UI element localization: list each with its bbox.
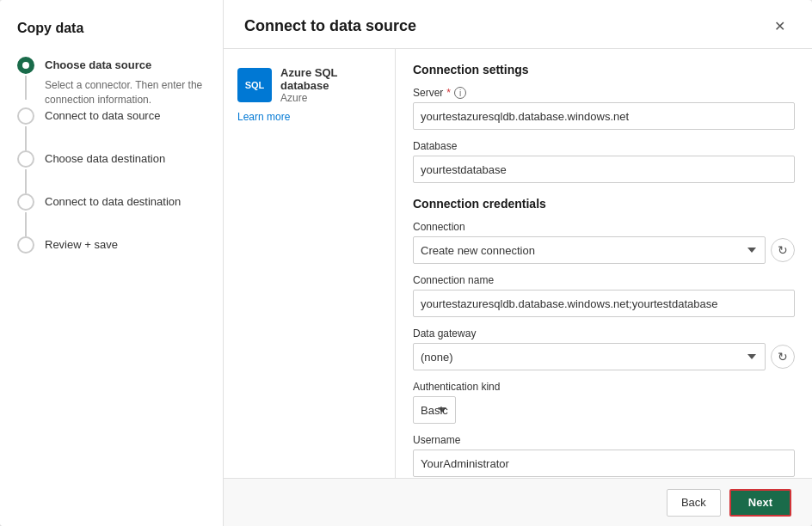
username-field-group: Username [413, 434, 795, 477]
step-label-1: Choose data source [45, 58, 206, 78]
step-circle-4 [17, 193, 34, 211]
data-gateway-field-group: Data gateway (none) ↻ [413, 327, 795, 370]
step-sublabel-1: Select a connector. Then enter the conne… [45, 78, 206, 107]
step-connector-3 [17, 150, 34, 193]
data-gateway-refresh-button[interactable]: ↻ [771, 345, 795, 369]
db-name-group: Azure SQL database Azure [280, 66, 381, 104]
database-field-group: Database [413, 140, 795, 183]
step-connector-5 [17, 236, 34, 254]
step-item-3: Choose data destination [17, 150, 206, 193]
step-content-4: Connect to data destination [45, 193, 206, 215]
step-connector-1 [17, 57, 34, 100]
page-title: Connect to data source [244, 17, 416, 35]
main-dialog: Copy data Choose data source Select a co… [0, 0, 812, 526]
step-connector-4 [17, 193, 34, 236]
username-input[interactable] [413, 450, 795, 477]
sql-icon: SQL [237, 68, 272, 102]
step-line-3 [25, 169, 27, 193]
credentials-section: Connection credentials Connection Create… [413, 197, 795, 478]
data-gateway-dropdown-wrapper: (none) ↻ [413, 343, 795, 370]
auth-kind-select[interactable]: Basic [413, 396, 456, 424]
database-input[interactable] [413, 156, 795, 183]
footer: Back Next [224, 478, 812, 526]
close-button[interactable]: ✕ [767, 14, 791, 38]
step-list: Choose data source Select a connector. T… [17, 57, 206, 258]
step-label-3: Choose data destination [45, 151, 206, 172]
connection-name-label: Connection name [413, 274, 795, 286]
step-content-5: Review + save [45, 236, 206, 258]
step-label-5: Review + save [45, 237, 206, 258]
settings-panel: Connection settings Server * i Database [396, 49, 812, 478]
server-input[interactable] [413, 102, 795, 130]
step-content-2: Connect to data source [45, 107, 206, 129]
step-label-2: Connect to data source [45, 108, 206, 129]
db-panel: SQL Azure SQL database Azure Learn more [224, 49, 396, 478]
dialog-body: Copy data Choose data source Select a co… [0, 0, 812, 526]
data-gateway-select[interactable]: (none) [413, 343, 766, 370]
connection-name-field-group: Connection name [413, 274, 795, 317]
server-info-icon: i [454, 87, 466, 99]
database-label: Database [413, 140, 795, 152]
step-connector-2 [17, 107, 34, 150]
data-gateway-label: Data gateway [413, 327, 795, 339]
step-circle-2 [17, 107, 34, 125]
step-line-4 [25, 212, 27, 236]
step-item-2: Connect to data source [17, 107, 206, 150]
step-content-3: Choose data destination [45, 150, 206, 172]
main-header: Connect to data source ✕ [224, 0, 812, 49]
step-label-4: Connect to data destination [45, 194, 206, 215]
auth-kind-field-group: Authentication kind Basic [413, 381, 795, 424]
db-icon-row: SQL Azure SQL database Azure [237, 66, 381, 104]
back-button[interactable]: Back [667, 489, 721, 517]
db-name: Azure SQL database [280, 66, 381, 92]
connection-select[interactable]: Create new connection [413, 236, 766, 264]
step-item-5: Review + save [17, 236, 206, 258]
step-item-4: Connect to data destination [17, 193, 206, 236]
connection-settings-title: Connection settings [413, 63, 795, 76]
next-button[interactable]: Next [729, 489, 791, 517]
step-content-1: Choose data source Select a connector. T… [45, 57, 206, 107]
server-label: Server * i [413, 87, 795, 99]
connection-name-input[interactable] [413, 290, 795, 317]
step-circle-3 [17, 150, 34, 168]
connection-label: Connection [413, 221, 795, 233]
connection-dropdown-wrapper: Create new connection ↻ [413, 236, 795, 264]
step-line-1 [25, 76, 27, 100]
db-type: Azure [280, 92, 381, 104]
content-area: SQL Azure SQL database Azure Learn more … [224, 49, 812, 478]
step-circle-1 [17, 57, 34, 74]
auth-kind-label: Authentication kind [413, 381, 795, 393]
main-content: Connect to data source ✕ SQL Azure SQL d… [224, 0, 812, 526]
username-label: Username [413, 434, 795, 446]
step-circle-5 [17, 236, 34, 254]
sidebar-title: Copy data [17, 21, 206, 36]
server-required: * [446, 87, 451, 99]
credentials-title: Connection credentials [413, 197, 795, 211]
sidebar: Copy data Choose data source Select a co… [0, 0, 224, 526]
db-info: SQL Azure SQL database Azure Learn more [237, 66, 381, 123]
learn-more-link[interactable]: Learn more [237, 111, 381, 123]
step-item-1: Choose data source Select a connector. T… [17, 57, 206, 107]
connection-refresh-button[interactable]: ↻ [771, 238, 795, 262]
server-field-group: Server * i [413, 87, 795, 130]
step-line-2 [25, 126, 27, 150]
connection-field-group: Connection Create new connection ↻ [413, 221, 795, 264]
